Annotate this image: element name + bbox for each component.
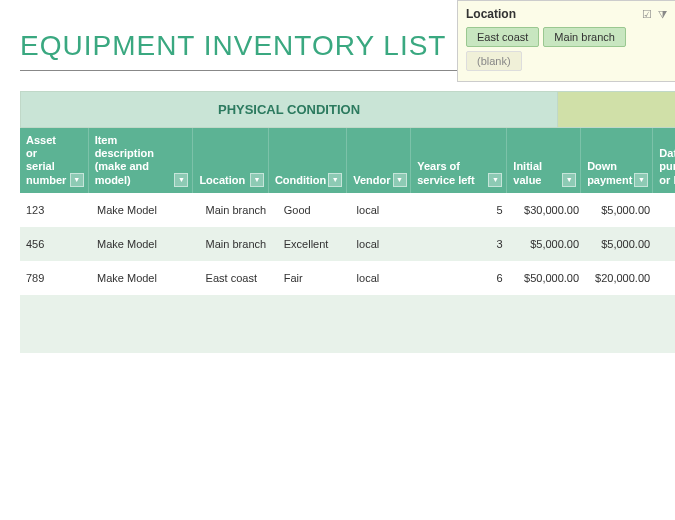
filter-dropdown-icon[interactable]: ▼ (328, 173, 342, 187)
filter-dropdown-icon[interactable]: ▼ (634, 173, 648, 187)
cell-cond: Good (278, 198, 351, 222)
header-asset: Asset or serial number▼ (20, 128, 89, 193)
filter-dropdown-icon[interactable]: ▼ (174, 173, 188, 187)
cell-date (656, 204, 675, 216)
cell-desc: Make Model (91, 198, 200, 222)
cell-years: 3 (409, 232, 509, 256)
filter-dropdown-icon[interactable]: ▼ (562, 173, 576, 187)
table-row[interactable]: 456 Make Model Main branch Excellent loc… (20, 227, 675, 261)
cell-date (656, 238, 675, 250)
cell-cond: Fair (278, 266, 351, 290)
header-init: Initial value▼ (507, 128, 581, 193)
slicer-item-blank[interactable]: (blank) (466, 51, 522, 71)
cell-date (656, 272, 675, 284)
cell-asset: 123 (20, 198, 91, 222)
slicer-header: Location ☑ ⧩ (466, 7, 667, 21)
multi-select-icon[interactable]: ☑ (642, 8, 652, 21)
cell-loc: East coast (200, 266, 278, 290)
clear-filter-icon[interactable]: ⧩ (658, 8, 667, 21)
cell-asset: 456 (20, 232, 91, 256)
cell-desc: Make Model (91, 232, 200, 256)
cell-init: $30,000.00 (509, 198, 585, 222)
header-cond: Condition▼ (269, 128, 347, 193)
section-header-row: PHYSICAL CONDITION (20, 91, 675, 128)
cell-vend: local (351, 232, 410, 256)
cell-vend: local (351, 198, 410, 222)
cell-years: 6 (409, 266, 509, 290)
filter-dropdown-icon[interactable]: ▼ (250, 173, 264, 187)
table-row[interactable]: 789 Make Model East coast Fair local 6 $… (20, 261, 675, 295)
header-down: Down payment▼ (581, 128, 653, 193)
cell-desc: Make Model (91, 266, 200, 290)
filter-dropdown-icon[interactable]: ▼ (488, 173, 502, 187)
cell-down: $20,000.00 (585, 266, 656, 290)
section-physical: PHYSICAL CONDITION (20, 91, 558, 128)
cell-cond: Excellent (278, 232, 351, 256)
table-row[interactable]: 123 Make Model Main branch Good local 5 … (20, 193, 675, 227)
slicer-title: Location (466, 7, 516, 21)
header-desc: Item description (make and model)▼ (89, 128, 194, 193)
cell-vend: local (351, 266, 410, 290)
empty-row-band (20, 295, 675, 353)
cell-down: $5,000.00 (585, 198, 656, 222)
filter-dropdown-icon[interactable]: ▼ (393, 173, 407, 187)
cell-asset: 789 (20, 266, 91, 290)
slicer-item-main-branch[interactable]: Main branch (543, 27, 626, 47)
cell-init: $5,000.00 (509, 232, 585, 256)
header-years: Years of service left▼ (411, 128, 507, 193)
cell-down: $5,000.00 (585, 232, 656, 256)
cell-init: $50,000.00 (509, 266, 585, 290)
slicer-items: East coast Main branch (blank) (466, 27, 667, 71)
cell-loc: Main branch (200, 232, 278, 256)
data-rows: 123 Make Model Main branch Good local 5 … (20, 193, 675, 295)
section-finance (558, 91, 675, 128)
column-header-row: Asset or serial number▼ Item description… (20, 128, 675, 193)
cell-loc: Main branch (200, 198, 278, 222)
slicer-controls: ☑ ⧩ (642, 8, 667, 21)
header-loc: Location▼ (193, 128, 269, 193)
cell-years: 5 (409, 198, 509, 222)
filter-dropdown-icon[interactable]: ▼ (70, 173, 84, 187)
slicer-item-east-coast[interactable]: East coast (466, 27, 539, 47)
inventory-table: PHYSICAL CONDITION Asset or serial numbe… (20, 91, 675, 353)
header-vend: Vendor▼ (347, 128, 411, 193)
header-date: Date purchased or leased (653, 128, 675, 193)
slicer-panel[interactable]: Location ☑ ⧩ East coast Main branch (bla… (457, 0, 675, 82)
